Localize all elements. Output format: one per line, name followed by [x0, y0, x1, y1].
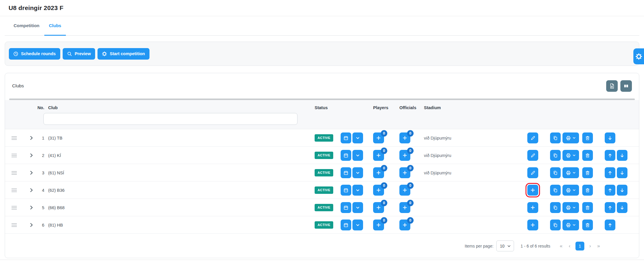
- schedule-button[interactable]: [341, 132, 351, 143]
- drag-handle[interactable]: [12, 171, 17, 175]
- drag-handle[interactable]: [12, 136, 17, 140]
- search-icon: [67, 51, 72, 56]
- edit-stadium-button[interactable]: [527, 167, 538, 178]
- copy-club-button[interactable]: [550, 150, 561, 161]
- arrow-down-icon: [619, 170, 625, 176]
- row-no: 3: [32, 164, 44, 181]
- move-up-button[interactable]: [605, 202, 615, 213]
- arrow-down-icon: [619, 205, 625, 210]
- schedule-dropdown-button[interactable]: [352, 132, 363, 143]
- pagination-last-button[interactable]: »: [596, 243, 601, 249]
- stadium-name: við Djúpumýru: [424, 164, 521, 181]
- pagination-first-button[interactable]: «: [559, 243, 564, 249]
- schedule-dropdown-button[interactable]: [352, 202, 363, 213]
- copy-club-button[interactable]: [550, 185, 561, 196]
- pagination-next-button[interactable]: ›: [588, 243, 592, 249]
- print-button[interactable]: [562, 220, 579, 230]
- drag-handle[interactable]: [12, 223, 17, 227]
- move-down-button[interactable]: [617, 167, 627, 178]
- row-actions-cell: [550, 199, 593, 216]
- schedule-dropdown-button[interactable]: [352, 150, 363, 161]
- move-down-button[interactable]: [617, 150, 627, 161]
- move-up-button[interactable]: [605, 220, 615, 230]
- add-official-button[interactable]: 0: [399, 202, 410, 213]
- delete-club-button[interactable]: [582, 167, 593, 178]
- add-player-button[interactable]: 0: [373, 202, 384, 213]
- table-row: 4 (62) B36 ACTIVE 0 0: [5, 181, 639, 199]
- stadium-action-cell: [527, 129, 538, 147]
- officials-count-badge: 0: [407, 182, 414, 189]
- plus-icon: [402, 135, 408, 141]
- copy-club-button[interactable]: [550, 132, 561, 143]
- move-down-button[interactable]: [617, 202, 627, 213]
- drag-handle[interactable]: [12, 206, 17, 209]
- schedule-rounds-button[interactable]: Schedule rounds: [9, 48, 60, 60]
- schedule-button[interactable]: [341, 202, 351, 213]
- settings-flyout-button[interactable]: [633, 48, 644, 64]
- edit-stadium-button[interactable]: [527, 150, 538, 161]
- add-official-button[interactable]: 0: [399, 150, 410, 161]
- print-button[interactable]: [562, 167, 579, 178]
- tab-clubs[interactable]: Clubs: [44, 16, 66, 36]
- start-competition-label: Start competition: [110, 51, 145, 56]
- footer-divider: [0, 260, 644, 260]
- schedule-dropdown-button[interactable]: [352, 220, 363, 230]
- drag-handle[interactable]: [12, 189, 17, 192]
- club-name: (81) HB: [48, 216, 63, 234]
- delete-club-button[interactable]: [582, 185, 593, 196]
- add-stadium-button[interactable]: [527, 220, 538, 230]
- add-stadium-button[interactable]: [527, 185, 538, 196]
- toggle-columns-button[interactable]: [620, 80, 632, 92]
- add-official-button[interactable]: 0: [399, 132, 410, 143]
- delete-club-button[interactable]: [582, 150, 593, 161]
- players-count-badge: 0: [381, 130, 387, 137]
- start-competition-button[interactable]: Start competition: [97, 48, 149, 60]
- add-official-button[interactable]: 0: [399, 185, 410, 196]
- add-player-button[interactable]: 0: [373, 167, 384, 178]
- print-button[interactable]: [562, 132, 579, 143]
- delete-club-button[interactable]: [582, 202, 593, 213]
- delete-club-button[interactable]: [582, 132, 593, 143]
- pagination-prev-button[interactable]: ‹: [567, 243, 572, 249]
- pagination-page-1-button[interactable]: 1: [575, 242, 584, 250]
- schedule-dropdown-button[interactable]: [352, 167, 363, 178]
- players-cell: 0: [373, 147, 384, 164]
- edit-stadium-button[interactable]: [527, 132, 538, 143]
- club-filter-input[interactable]: [43, 113, 297, 125]
- table-header: No. Club Status Players Officials Stadiu…: [5, 100, 639, 129]
- move-down-button[interactable]: [605, 132, 615, 143]
- schedule-button[interactable]: [341, 185, 351, 196]
- add-official-button[interactable]: 0: [399, 167, 410, 178]
- add-official-button[interactable]: 0: [399, 220, 410, 230]
- copy-club-button[interactable]: [550, 220, 561, 230]
- add-player-button[interactable]: 0: [373, 150, 384, 161]
- move-down-button[interactable]: [617, 185, 627, 196]
- chevron-down-icon: [572, 206, 576, 209]
- delete-club-button[interactable]: [582, 220, 593, 230]
- tab-competition[interactable]: Competition: [9, 16, 44, 36]
- preview-button[interactable]: Preview: [63, 48, 95, 60]
- add-player-button[interactable]: 0: [373, 132, 384, 143]
- status-badge: ACTIVE: [315, 134, 333, 142]
- add-stadium-button[interactable]: [527, 202, 538, 213]
- move-up-button[interactable]: [605, 150, 615, 161]
- schedule-dropdown-button[interactable]: [352, 185, 363, 196]
- move-up-button[interactable]: [605, 167, 615, 178]
- schedule-button[interactable]: [341, 220, 351, 230]
- print-button[interactable]: [562, 185, 579, 196]
- export-excel-button[interactable]: [606, 80, 618, 92]
- schedule-button[interactable]: [341, 167, 351, 178]
- clock-icon: [13, 51, 18, 56]
- print-button[interactable]: [562, 150, 579, 161]
- add-player-button[interactable]: 0: [373, 220, 384, 230]
- copy-club-button[interactable]: [550, 167, 561, 178]
- items-per-page-select[interactable]: 10: [496, 240, 514, 251]
- drag-handle[interactable]: [12, 154, 17, 157]
- print-button[interactable]: [562, 202, 579, 213]
- move-up-button[interactable]: [605, 185, 615, 196]
- copy-club-button[interactable]: [550, 202, 561, 213]
- stadium-action-cell: [527, 181, 538, 199]
- schedule-button[interactable]: [341, 150, 351, 161]
- add-player-button[interactable]: 0: [373, 185, 384, 196]
- page-header: U8 dreingir 2023 F: [0, 0, 644, 16]
